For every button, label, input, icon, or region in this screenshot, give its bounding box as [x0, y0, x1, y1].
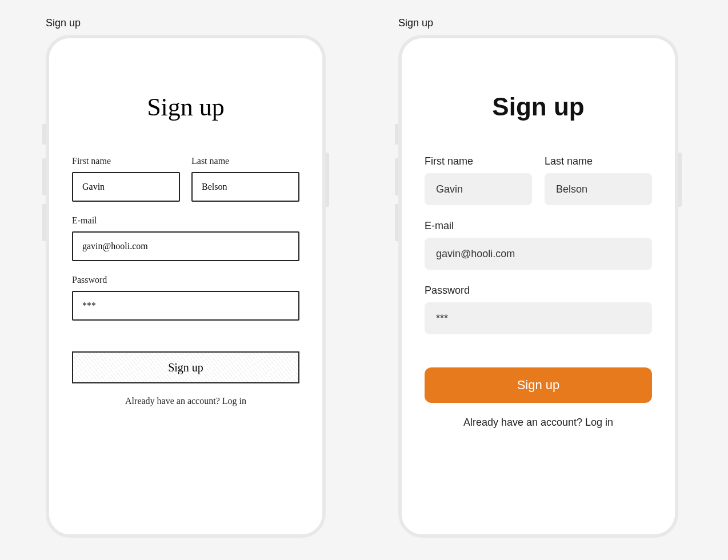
- signup-button[interactable]: Sign up: [425, 367, 652, 403]
- signup-button[interactable]: Sign up: [72, 351, 299, 383]
- sketch-caption: Sign up: [46, 17, 330, 29]
- password-label: Password: [425, 285, 652, 297]
- phone-side-button: [326, 153, 329, 207]
- first-name-field[interactable]: [425, 173, 532, 205]
- screen-sketch: Sign up First name Last name E-mail: [49, 38, 322, 534]
- phone-frame-clean: Sign up First name Last name E-mail Pass…: [398, 35, 678, 538]
- login-link[interactable]: Already have an account? Log in: [425, 417, 652, 429]
- phone-side-button: [395, 204, 398, 241]
- login-link[interactable]: Already have an account? Log in: [72, 396, 299, 406]
- first-name-label: First name: [72, 156, 180, 166]
- last-name-label: Last name: [545, 155, 652, 167]
- last-name-field[interactable]: [191, 172, 299, 202]
- first-name-label: First name: [425, 155, 532, 167]
- phone-side-button: [42, 204, 46, 241]
- last-name-field[interactable]: [545, 173, 652, 205]
- clean-mockup-section: Sign up Sign up First name Last name E-m…: [398, 17, 682, 543]
- phone-frame-sketch: Sign up First name Last name E-mail: [46, 35, 326, 538]
- clean-caption: Sign up: [398, 17, 682, 29]
- email-label: E-mail: [72, 215, 299, 226]
- password-field[interactable]: [425, 302, 652, 334]
- phone-side-button: [395, 158, 398, 195]
- first-name-field[interactable]: [72, 172, 180, 202]
- phone-side-button: [42, 158, 46, 195]
- phone-side-button: [678, 153, 682, 207]
- phone-side-button: [395, 124, 398, 145]
- email-field[interactable]: [72, 231, 299, 261]
- page-title: Sign up: [72, 93, 299, 122]
- last-name-label: Last name: [191, 156, 299, 166]
- sketch-mockup-section: Sign up Sign up First name Last name: [46, 17, 330, 543]
- page-title: Sign up: [425, 93, 652, 121]
- password-label: Password: [72, 275, 299, 285]
- email-label: E-mail: [425, 220, 652, 232]
- phone-side-button: [42, 124, 46, 145]
- screen-clean: Sign up First name Last name E-mail Pass…: [402, 38, 675, 534]
- password-field[interactable]: [72, 291, 299, 321]
- email-field[interactable]: [425, 238, 652, 270]
